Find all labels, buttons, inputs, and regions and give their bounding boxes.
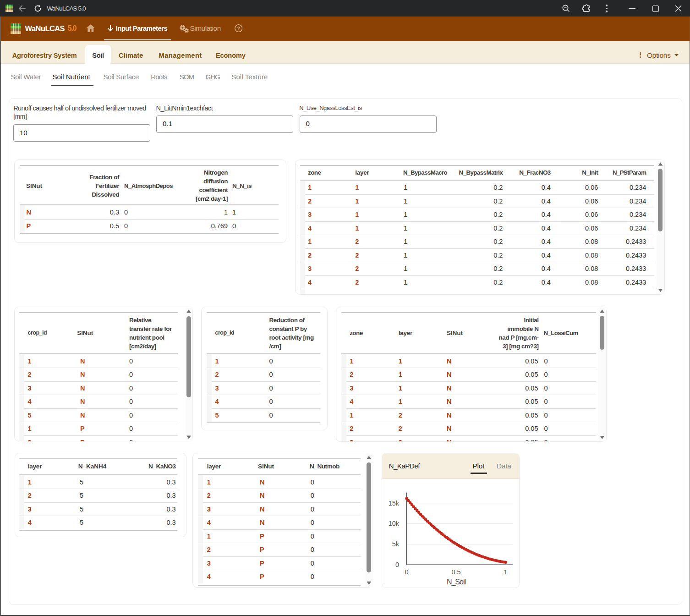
svg-text:1: 1: [504, 568, 507, 576]
svg-text:0.5: 0.5: [451, 568, 460, 576]
svg-text:15k: 15k: [389, 500, 400, 507]
svg-text:0: 0: [395, 561, 399, 568]
svg-text:N_Soil: N_Soil: [447, 578, 466, 586]
svg-text:0: 0: [405, 568, 408, 576]
svg-text:?: ?: [237, 26, 240, 31]
svg-text:5k: 5k: [392, 540, 400, 548]
svg-text:10k: 10k: [389, 520, 400, 528]
